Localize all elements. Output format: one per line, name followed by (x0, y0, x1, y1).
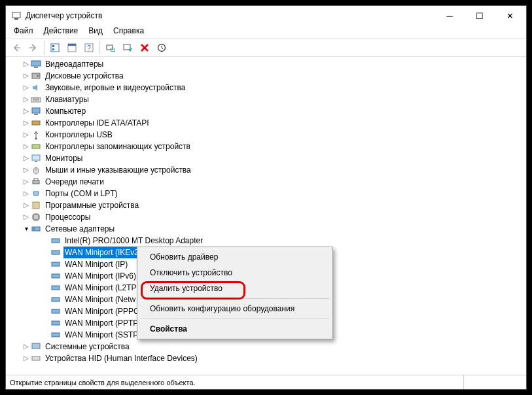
ctx-disable-device[interactable]: Отключить устройство (139, 265, 330, 281)
menu-view[interactable]: Вид (83, 26, 108, 38)
ctx-properties[interactable]: Свойства (139, 321, 330, 337)
category-ports[interactable]: ▷Порты (COM и LPT) (7, 188, 525, 199)
svg-rect-14 (34, 67, 38, 68)
port-icon (31, 188, 41, 199)
svg-rect-25 (32, 155, 40, 160)
network-icon (50, 271, 61, 281)
category-storage[interactable]: ▷Контроллеры запоминающих устройств (7, 141, 525, 152)
svg-text:?: ? (87, 44, 91, 52)
mouse-icon (31, 165, 41, 175)
svg-rect-40 (52, 298, 60, 301)
status-bar: Открытие страницы свойств для выделенног… (6, 375, 526, 389)
svg-rect-37 (52, 262, 60, 266)
window-title: Диспетчер устройств (26, 11, 434, 20)
maximize-button[interactable]: ☐ (465, 6, 495, 26)
svg-rect-31 (33, 202, 39, 209)
category-print[interactable]: ▷Очереди печати (7, 176, 525, 188)
toolbar: ? (6, 39, 526, 57)
network-icon (50, 330, 61, 340)
network-icon (50, 283, 61, 293)
svg-rect-30 (34, 179, 38, 180)
menu-help[interactable]: Справка (108, 26, 149, 38)
device-tree-container[interactable]: ▷Видеоадаптеры ▷Дисковые устройства ▷Зву… (6, 57, 526, 375)
ctx-scan-hardware[interactable]: Обновить конфигурацию оборудования (139, 301, 330, 317)
ctx-uninstall-device[interactable]: Удалить устройство (139, 281, 330, 296)
category-computer[interactable]: ▷Компьютер (7, 105, 525, 117)
svg-point-23 (35, 138, 37, 140)
category-network[interactable]: ▾Сетевые адаптеры (7, 223, 525, 235)
back-button[interactable] (9, 40, 24, 56)
svg-rect-4 (52, 48, 54, 50)
context-separator (141, 298, 329, 299)
network-icon (50, 318, 61, 328)
svg-point-16 (37, 75, 39, 77)
category-keyboards[interactable]: ▷Клавиатуры (7, 94, 525, 105)
category-video[interactable]: ▷Видеоадаптеры (7, 58, 525, 70)
scan-hardware-button[interactable] (103, 40, 118, 56)
svg-rect-24 (32, 145, 40, 148)
properties-button[interactable] (64, 40, 80, 56)
audio-icon (31, 82, 41, 93)
titlebar[interactable]: Диспетчер устройств ─ ☐ ✕ (6, 6, 526, 26)
network-icon (31, 224, 41, 234)
status-text: Открытие страницы свойств для выделенног… (10, 379, 463, 386)
network-adapter-item[interactable]: Intel(R) PRO/1000 MT Desktop Adapter (7, 235, 525, 247)
toolbar-separator (99, 41, 100, 54)
context-separator (141, 318, 329, 319)
computer-icon (31, 106, 41, 116)
category-ide[interactable]: ▷Контроллеры IDE ATA/ATAPI (7, 117, 525, 129)
svg-rect-21 (34, 114, 38, 115)
svg-point-34 (33, 228, 35, 230)
category-cpu[interactable]: ▷Процессоры (7, 211, 525, 223)
network-icon (50, 294, 61, 305)
svg-rect-1 (14, 18, 18, 20)
svg-rect-3 (52, 45, 54, 47)
category-monitors[interactable]: ▷Мониторы (7, 152, 525, 164)
monitor-icon (31, 153, 41, 163)
menu-file[interactable]: Файл (9, 26, 39, 38)
network-icon (50, 259, 61, 269)
update-driver-button[interactable] (154, 40, 169, 56)
uninstall-button[interactable] (137, 40, 152, 56)
category-system[interactable]: ▷Системные устройства (7, 341, 525, 352)
context-menu: Обновить драйвер Отключить устройство Уд… (137, 247, 333, 339)
svg-rect-22 (32, 121, 40, 125)
help-button[interactable]: ? (81, 40, 97, 56)
svg-rect-26 (35, 161, 37, 162)
cpu-icon (31, 212, 41, 222)
category-audio[interactable]: ▷Звуковые, игровые и видеоустройства (7, 82, 525, 94)
svg-rect-43 (52, 333, 60, 337)
forward-button[interactable] (26, 40, 41, 56)
svg-rect-29 (33, 180, 39, 184)
close-button[interactable]: ✕ (495, 6, 525, 26)
toolbar-separator (44, 41, 44, 54)
svg-rect-36 (52, 250, 60, 254)
svg-rect-45 (32, 356, 40, 360)
svg-rect-39 (52, 286, 60, 290)
category-usb[interactable]: ▷Контроллеры USB (7, 129, 525, 141)
svg-rect-2 (51, 44, 59, 52)
svg-rect-38 (52, 274, 60, 278)
network-icon (50, 247, 61, 258)
usb-icon (31, 129, 41, 140)
svg-rect-0 (12, 12, 20, 18)
category-hid[interactable]: ▷Устройства HID (Human Interface Devices… (7, 352, 525, 364)
svg-rect-35 (52, 239, 60, 243)
disk-icon (31, 71, 41, 81)
svg-rect-41 (52, 309, 60, 313)
svg-rect-32 (33, 215, 39, 220)
display-icon (31, 59, 41, 69)
enable-button[interactable] (120, 40, 135, 56)
software-icon (31, 200, 41, 211)
svg-rect-20 (32, 108, 40, 113)
category-disks[interactable]: ▷Дисковые устройства (7, 70, 525, 82)
category-mice[interactable]: ▷Мыши и иные указывающие устройства (7, 164, 525, 176)
svg-rect-33 (32, 227, 40, 231)
menu-action[interactable]: Действие (39, 26, 84, 38)
category-software[interactable]: ▷Программные устройства (7, 199, 525, 211)
app-icon (11, 10, 22, 21)
minimize-button[interactable]: ─ (434, 6, 465, 26)
show-hide-tree-button[interactable] (47, 40, 63, 56)
svg-rect-6 (68, 44, 76, 46)
ctx-update-driver[interactable]: Обновить драйвер (139, 249, 330, 265)
